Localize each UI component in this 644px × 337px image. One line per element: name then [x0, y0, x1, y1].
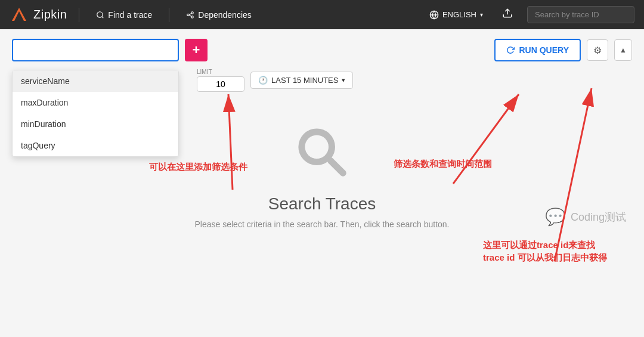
lang-chevron-icon: ▾: [480, 11, 483, 18]
logo: Zipkin: [10, 5, 67, 24]
annotation-query: 筛选条数和查询时间范围: [394, 157, 492, 170]
zipkin-logo-icon: [10, 5, 29, 24]
language-selector[interactable]: ENGLISH ▾: [425, 8, 488, 22]
annotation-filter: 可以在这里添加筛选条件: [149, 160, 247, 173]
search-traces-subtitle: Please select criteria in the search bar…: [195, 219, 450, 229]
search-trace-input[interactable]: [527, 6, 634, 23]
time-chevron-icon: ▾: [342, 76, 345, 84]
nav-dependencies[interactable]: Dependencies: [181, 8, 256, 22]
limit-group: Limit: [197, 69, 244, 92]
settings-button[interactable]: ⚙: [587, 39, 608, 61]
limit-input[interactable]: [197, 76, 244, 92]
svg-line-8: [190, 15, 192, 17]
annotation-trace-id: 这里可以通过trace id来查找 trace id 可以从我们日志中获得: [483, 226, 607, 264]
navbar: Zipkin Find a trace Dependencies ENGLISH…: [0, 0, 644, 29]
clock-icon: 🕐: [258, 76, 268, 85]
run-query-button[interactable]: RUN QUERY: [494, 39, 581, 61]
svg-line-3: [102, 16, 104, 18]
limit-label: Limit: [197, 69, 244, 75]
main-content: + RUN QUERY ⚙ ▲ Limit 🕐 LAST 15 MINUTES …: [0, 29, 644, 239]
dropdown-item-servicename[interactable]: serviceName: [13, 70, 178, 92]
watermark-text: Coding测试: [571, 210, 626, 224]
svg-point-2: [97, 11, 103, 17]
svg-line-14: [330, 160, 343, 173]
svg-line-7: [190, 13, 192, 15]
large-search-icon: [289, 119, 355, 185]
search-row: + RUN QUERY ⚙ ▲: [12, 39, 632, 61]
add-criteria-button[interactable]: +: [185, 39, 208, 61]
upload-icon: [502, 8, 513, 18]
criteria-input[interactable]: [12, 39, 179, 61]
svg-point-4: [187, 14, 190, 16]
svg-point-13: [305, 135, 329, 159]
nav-separator-2: [169, 8, 169, 22]
search-nav-icon: [96, 11, 104, 19]
upload-button[interactable]: [497, 5, 518, 24]
nav-find-trace[interactable]: Find a trace: [91, 8, 157, 22]
gear-icon: ⚙: [593, 45, 602, 56]
svg-point-6: [191, 16, 194, 18]
collapse-button[interactable]: ▲: [614, 39, 632, 61]
dropdown-item-minduration[interactable]: minDuration: [13, 113, 178, 135]
time-range-button[interactable]: 🕐 LAST 15 MINUTES ▾: [250, 72, 353, 89]
watermark: 💬 Coding测试: [545, 207, 626, 227]
dependencies-nav-icon: [186, 11, 194, 19]
refresh-icon: [506, 46, 515, 54]
watermark-icon: 💬: [545, 207, 566, 227]
dropdown-item-tagquery[interactable]: tagQuery: [13, 135, 178, 156]
criteria-dropdown: serviceName maxDuration minDuration tagQ…: [12, 70, 179, 157]
brand-name: Zipkin: [33, 8, 67, 21]
language-icon: [429, 10, 439, 20]
nav-separator: [79, 8, 79, 22]
search-traces-title: Search Traces: [268, 194, 376, 214]
time-range-label: LAST 15 MINUTES: [271, 76, 338, 85]
svg-point-5: [191, 11, 194, 14]
chevron-up-icon: ▲: [620, 46, 627, 54]
dropdown-item-maxduration[interactable]: maxDuration: [13, 92, 178, 113]
